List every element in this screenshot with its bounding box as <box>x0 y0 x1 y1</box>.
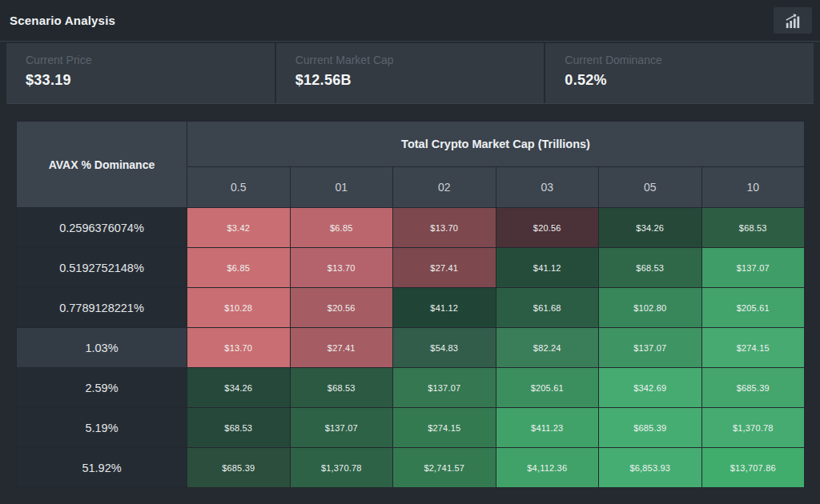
row-label[interactable]: 1.03% <box>17 328 187 368</box>
scenario-cell: $685.39 <box>187 448 291 488</box>
scenario-cell: $54.83 <box>393 328 496 368</box>
scenario-cell: $13.70 <box>290 248 393 288</box>
scenario-cell: $41.12 <box>393 288 496 328</box>
scenario-cell: $3.42 <box>187 208 291 248</box>
table-row: 5.19% $68.53 $137.07 $274.15 $411.23 $68… <box>17 408 805 448</box>
table-row: 0.5192752148% $6.85 $13.70 $27.41 $41.12… <box>17 248 805 288</box>
scenario-cell: $41.12 <box>496 248 599 288</box>
column-header: 05 <box>599 167 702 208</box>
stat-label: Current Price <box>26 54 275 66</box>
scenario-cell: $61.68 <box>496 288 599 328</box>
scenario-cell: $137.07 <box>701 248 805 288</box>
topbar: Scenario Analysis <box>0 0 820 42</box>
stat-label: Current Market Cap <box>295 54 545 66</box>
column-header: 02 <box>393 167 496 208</box>
scenario-cell: $27.41 <box>290 328 393 368</box>
scenario-cell: $685.39 <box>599 408 702 448</box>
chart-view-button[interactable] <box>774 7 812 34</box>
scenario-cell: $205.61 <box>496 368 599 408</box>
table-row: 0.2596376074% $3.42 $6.85 $13.70 $20.56 … <box>17 208 805 248</box>
table-row: 51.92% $685.39 $1,370.78 $2,741.57 $4,11… <box>17 448 805 488</box>
scenario-analysis-page: { "header": { "title": "Scenario Analysi… <box>0 0 820 504</box>
scenario-cell: $34.26 <box>599 208 702 248</box>
row-label[interactable]: 5.19% <box>17 408 187 448</box>
scenario-cell: $6.85 <box>187 248 291 288</box>
stat-value: $12.56B <box>295 72 545 89</box>
page-title: Scenario Analysis <box>10 14 115 27</box>
scenario-cell: $27.41 <box>393 248 496 288</box>
scenario-cell: $68.53 <box>599 248 702 288</box>
scenario-cell: $1,370.78 <box>701 408 805 448</box>
scenario-cell: $6,853.93 <box>599 448 702 488</box>
scenario-cell: $20.56 <box>496 208 599 248</box>
scenario-cell: $2,741.57 <box>393 448 496 488</box>
row-label[interactable]: 2.59% <box>17 368 187 408</box>
scenario-cell: $274.15 <box>393 408 496 448</box>
table-row: 0.7789128221% $10.28 $20.56 $41.12 $61.6… <box>17 288 805 328</box>
scenario-cell: $685.39 <box>701 368 805 408</box>
scenario-cell: $68.53 <box>290 368 393 408</box>
scenario-cell: $137.07 <box>290 408 393 448</box>
scenario-cell: $13,707.86 <box>701 448 805 488</box>
scenario-cell: $4,112.36 <box>496 448 599 488</box>
row-label[interactable]: 0.2596376074% <box>17 208 187 248</box>
scenario-cell: $13.70 <box>393 208 496 248</box>
scenario-cell: $1,370.78 <box>290 448 393 488</box>
table-group-header: Total Crypto Market Cap (Trillions) <box>187 122 805 167</box>
scenario-cell: $82.24 <box>496 328 599 368</box>
table-row: 1.03% $13.70 $27.41 $54.83 $82.24 $137.0… <box>17 328 805 368</box>
table-row: 2.59% $34.26 $68.53 $137.07 $205.61 $342… <box>17 368 805 408</box>
stat-current-dominance: Current Dominance 0.52% <box>544 43 814 103</box>
table-corner-header: AVAX % Dominance <box>17 122 187 208</box>
scenario-cell: $68.53 <box>187 408 291 448</box>
column-header: 0.5 <box>187 167 291 208</box>
scenario-cell: $20.56 <box>290 288 393 328</box>
row-label[interactable]: 0.5192752148% <box>17 248 187 288</box>
scenario-cell: $6.85 <box>290 208 393 248</box>
column-header: 01 <box>290 167 393 208</box>
scenario-cell: $137.07 <box>393 368 496 408</box>
scenario-cell: $13.70 <box>187 328 291 368</box>
stat-value: $33.19 <box>26 72 275 89</box>
scenario-cell: $205.61 <box>701 288 805 328</box>
row-label[interactable]: 0.7789128221% <box>17 288 187 328</box>
scenario-cell: $411.23 <box>496 408 599 448</box>
scenario-cell: $68.53 <box>701 208 805 248</box>
stat-label: Current Dominance <box>565 54 814 66</box>
stat-current-market-cap: Current Market Cap $12.56B <box>275 43 545 103</box>
scenario-cell: $102.80 <box>599 288 702 328</box>
scenario-cell: $137.07 <box>599 328 702 368</box>
column-header: 10 <box>701 167 805 208</box>
scenario-cell: $34.26 <box>187 368 291 408</box>
stat-current-price: Current Price $33.19 <box>6 43 275 103</box>
scenario-cell: $342.69 <box>599 368 702 408</box>
scenario-cell: $10.28 <box>187 288 291 328</box>
stat-value: 0.52% <box>565 72 814 89</box>
bar-chart-trending-up-icon <box>784 13 802 29</box>
scenario-matrix-table: AVAX % Dominance Total Crypto Market Cap… <box>16 121 805 488</box>
stats-row: Current Price $33.19 Current Market Cap … <box>6 43 814 104</box>
column-header: 03 <box>496 167 599 208</box>
scenario-cell: $274.15 <box>701 328 805 368</box>
row-label[interactable]: 51.92% <box>17 448 187 488</box>
